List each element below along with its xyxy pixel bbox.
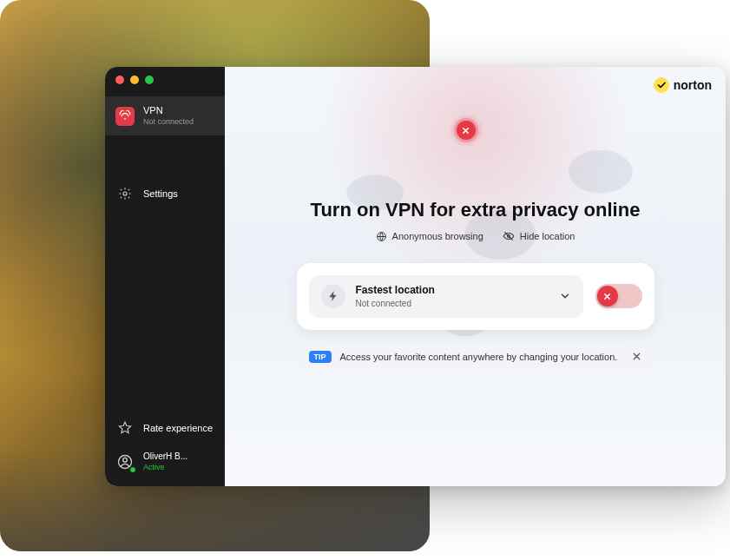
settings-label: Settings [143, 188, 178, 199]
window-controls [105, 67, 225, 96]
user-avatar-icon [115, 452, 135, 471]
sidebar-item-label: VPN Not connected [143, 105, 194, 127]
sidebar-bottom: Rate experience OliverH B... Active [105, 412, 225, 486]
vpn-toggle[interactable] [595, 284, 642, 308]
window-minimize-icon[interactable] [130, 76, 139, 84]
location-x-icon [457, 121, 476, 140]
chevron-down-icon [559, 290, 571, 302]
hero-tags: Anonymous browsing Hide location [311, 230, 641, 242]
location-selector[interactable]: Fastest location Not connected [309, 275, 583, 318]
vpn-control-card: Fastest location Not connected [297, 263, 654, 330]
svg-point-3 [123, 458, 128, 462]
tag-hide-location: Hide location [503, 230, 575, 242]
bolt-icon [321, 284, 345, 308]
main-panel: norton Turn on VPN for extra privacy onl… [225, 67, 726, 486]
brand-check-icon [654, 77, 669, 93]
window-close-icon[interactable] [115, 76, 124, 84]
brand-name: norton [674, 78, 712, 92]
user-status: Active [143, 463, 187, 472]
hero: Turn on VPN for extra privacy online Ano… [311, 199, 641, 242]
sidebar-item-settings[interactable]: Settings [105, 175, 225, 212]
eye-off-icon [503, 230, 515, 242]
close-icon[interactable] [631, 351, 642, 362]
tip-text: Access your favorite content anywhere by… [340, 352, 618, 362]
user-name: OliverH B... [143, 451, 187, 463]
toggle-knob-x-icon [597, 286, 618, 306]
svg-point-1 [123, 192, 127, 195]
globe-icon [376, 231, 387, 242]
user-status-dot [129, 466, 136, 473]
sidebar-item-vpn[interactable]: VPN Not connected [105, 96, 225, 135]
rate-label: Rate experience [143, 423, 213, 433]
location-title: Fastest location [356, 284, 549, 298]
gear-icon [115, 184, 135, 203]
sidebar-nav: VPN Not connected Settings [105, 96, 225, 212]
tag-hide-label: Hide location [520, 231, 575, 241]
page-title: Turn on VPN for extra privacy online [311, 199, 641, 221]
tag-anonymous: Anonymous browsing [376, 230, 483, 242]
brand-logo: norton [654, 77, 712, 93]
vpn-status: Not connected [143, 117, 194, 127]
vpn-title: VPN [143, 105, 194, 117]
user-label-block: OliverH B... Active [143, 451, 187, 472]
sidebar-item-user[interactable]: OliverH B... Active [105, 445, 225, 479]
star-icon [115, 418, 135, 438]
vpn-icon [115, 107, 135, 126]
sidebar-item-rate[interactable]: Rate experience [105, 412, 225, 445]
app-window: VPN Not connected Settings Rate experien… [105, 67, 726, 486]
window-maximize-icon[interactable] [145, 76, 154, 84]
location-status: Not connected [356, 298, 549, 309]
tip-banner: TIP Access your favorite content anywher… [297, 342, 654, 372]
tag-anonymous-label: Anonymous browsing [392, 231, 483, 241]
sidebar: VPN Not connected Settings Rate experien… [105, 67, 225, 486]
location-marker [457, 121, 476, 140]
tip-badge: TIP [309, 351, 332, 363]
svg-point-0 [124, 117, 126, 119]
location-text: Fastest location Not connected [356, 284, 549, 309]
